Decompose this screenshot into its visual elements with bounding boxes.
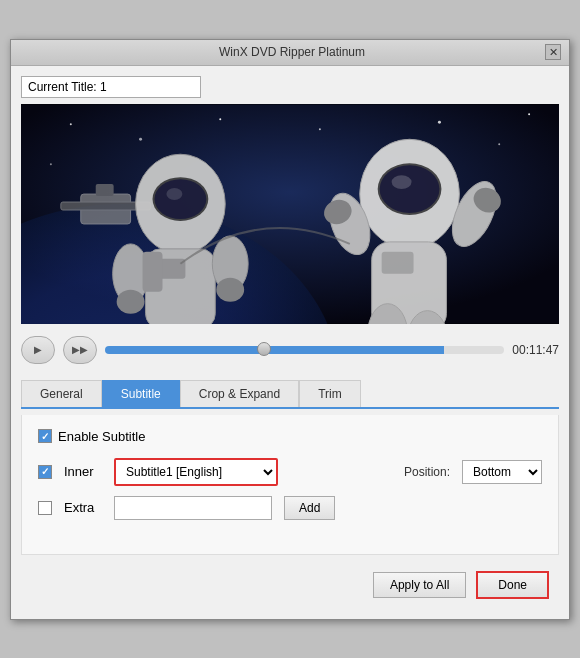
svg-rect-29 [382,251,414,273]
subtitle-panel: Enable Subtitle Inner Subtitle1 [English… [21,415,559,555]
extra-label: Extra [64,500,102,515]
svg-point-1 [70,123,72,125]
controls-bar: ▶ ▶▶ 00:11:47 [21,330,559,370]
preview-image [21,104,559,324]
svg-point-4 [319,128,321,130]
time-display: 00:11:47 [512,343,559,357]
tabs-row: General Subtitle Crop & Expand Trim [21,380,559,409]
subtitle-select-wrap: Subtitle1 [English] Subtitle2 [French] S… [114,458,278,486]
svg-rect-12 [96,184,114,196]
svg-rect-23 [143,251,163,291]
apply-to-all-button[interactable]: Apply to All [373,572,466,598]
enable-subtitle-checkbox[interactable] [38,429,52,443]
main-window: WinX DVD Ripper Platinum ✕ [10,39,570,620]
progress-track[interactable] [105,346,504,354]
position-select[interactable]: Bottom Top Center [462,460,542,484]
inner-label: Inner [64,464,102,479]
svg-point-16 [166,188,182,200]
tab-crop-expand[interactable]: Crop & Expand [180,380,299,407]
inner-subtitle-row: Inner Subtitle1 [English] Subtitle2 [Fre… [38,458,542,486]
enable-subtitle-label: Enable Subtitle [58,429,145,444]
tab-general[interactable]: General [21,380,102,407]
extra-checkbox[interactable] [38,501,52,515]
enable-subtitle-row: Enable Subtitle [38,429,542,444]
svg-point-7 [528,113,530,115]
extra-subtitle-row: Extra Add [38,496,542,520]
inner-checkbox[interactable] [38,465,52,479]
svg-point-22 [216,277,244,301]
svg-point-3 [219,118,221,120]
extra-subtitle-input[interactable] [114,496,272,520]
svg-point-2 [139,137,142,140]
close-button[interactable]: ✕ [545,44,561,60]
svg-point-6 [498,143,500,145]
footer-row: Apply to All Done [21,561,559,609]
svg-point-26 [380,165,440,213]
tab-trim[interactable]: Trim [299,380,361,407]
svg-point-21 [117,289,145,313]
progress-thumb[interactable] [257,342,271,356]
svg-point-15 [155,179,207,219]
done-button[interactable]: Done [476,571,549,599]
video-preview [21,104,559,324]
svg-point-5 [438,120,441,123]
svg-point-8 [50,163,52,165]
subtitle-select[interactable]: Subtitle1 [English] Subtitle2 [French] S… [116,460,276,484]
position-label: Position: [404,465,450,479]
tab-subtitle[interactable]: Subtitle [102,380,180,407]
window-body: ▶ ▶▶ 00:11:47 General Subtitle Crop & Ex… [11,66,569,619]
fast-forward-button[interactable]: ▶▶ [63,336,97,364]
svg-point-27 [392,175,412,189]
title-bar: WinX DVD Ripper Platinum ✕ [11,40,569,66]
title-field [21,76,559,98]
window-title: WinX DVD Ripper Platinum [39,45,545,59]
current-title-input[interactable] [21,76,201,98]
play-button[interactable]: ▶ [21,336,55,364]
add-subtitle-button[interactable]: Add [284,496,335,520]
